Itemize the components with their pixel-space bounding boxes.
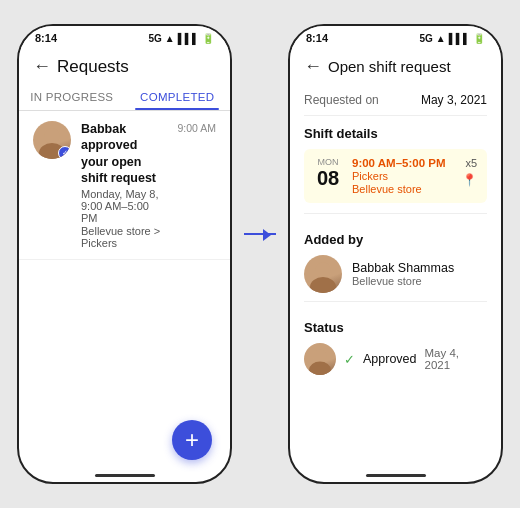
- shift-card: MON 08 9:00 AM–5:00 PM Pickers Bellevue …: [304, 149, 487, 203]
- avatar-badge: ✓: [58, 146, 71, 159]
- shift-store: Bellevue store: [352, 183, 452, 195]
- fab-button[interactable]: +: [172, 420, 212, 460]
- tab-completed[interactable]: COMPLETED: [125, 83, 231, 110]
- phone-1: 8:14 5G ▲ ▌▌▌ 🔋 ← Requests IN PROGRESS C…: [17, 24, 232, 484]
- svg-point-0: [44, 128, 60, 144]
- requested-on-label: Requested on: [304, 93, 379, 107]
- notif-title: Babbak approved your open shift request: [81, 121, 163, 186]
- added-by-row: Babbak Shammas Bellevue store: [304, 255, 487, 293]
- back-button-2[interactable]: ←: [304, 56, 322, 77]
- status-bar-1: 8:14 5G ▲ ▌▌▌ 🔋: [19, 26, 230, 48]
- phone-2: 8:14 5G ▲ ▌▌▌ 🔋 ← Open shift request Req…: [288, 24, 503, 484]
- added-by-store: Bellevue store: [352, 275, 454, 287]
- signal-label-2: 5G: [419, 33, 432, 44]
- status-row: ✓ Approved May 4, 2021: [304, 343, 487, 375]
- page-title-1: Requests: [57, 57, 129, 77]
- avatar-3: [304, 343, 336, 375]
- arrow-right-icon: [244, 233, 276, 235]
- tab-in-progress[interactable]: IN PROGRESS: [19, 83, 125, 110]
- time-1: 8:14: [35, 32, 57, 44]
- added-by-title: Added by: [304, 232, 487, 247]
- tabs-1: IN PROGRESS COMPLETED: [19, 83, 230, 111]
- notif-store: Bellevue store > Pickers: [81, 225, 163, 249]
- status-section: Status ✓ Approved May 4,: [304, 301, 487, 375]
- badge-icon: ✓: [62, 149, 68, 157]
- home-indicator-1: [19, 464, 230, 482]
- signal-label-1: 5G: [148, 33, 161, 44]
- shift-time: 9:00 AM–5:00 PM: [352, 157, 452, 169]
- check-icon: ✓: [344, 352, 355, 367]
- requested-on-row: Requested on May 3, 2021: [304, 83, 487, 116]
- shift-meta-col: x5 📍: [462, 157, 477, 187]
- time-2: 8:14: [306, 32, 328, 44]
- status-icons-2: 5G ▲ ▌▌▌ 🔋: [419, 33, 485, 44]
- notif-text: Babbak approved your open shift request …: [81, 121, 163, 249]
- svg-point-4: [313, 349, 326, 362]
- signal-bars-icon: ▌▌▌: [178, 33, 199, 44]
- status-approved-label: Approved: [363, 352, 417, 366]
- top-bar-1: ← Requests: [19, 48, 230, 83]
- shift-role: Pickers: [352, 170, 452, 182]
- notification-item[interactable]: ✓ Babbak approved your open shift reques…: [19, 111, 230, 260]
- wifi-icon-2: ▲: [436, 33, 446, 44]
- added-by-section: Added by Babbak Shammas: [304, 213, 487, 293]
- location-icon: 📍: [462, 173, 477, 187]
- transition-arrow: [244, 233, 276, 235]
- avatar-1: ✓: [33, 121, 71, 159]
- home-bar-2: [366, 474, 426, 477]
- home-indicator-2: [290, 464, 501, 482]
- shift-date-col: MON 08: [314, 157, 342, 189]
- detail-title: Open shift request: [328, 58, 451, 75]
- notif-subtitle: Monday, May 8, 9:00 AM–5:00 PM: [81, 188, 163, 224]
- shift-day-abbr: MON: [318, 157, 339, 167]
- added-by-info: Babbak Shammas Bellevue store: [352, 261, 454, 287]
- screen-2: ← Open shift request Requested on May 3,…: [290, 48, 501, 464]
- requested-on-date: May 3, 2021: [421, 93, 487, 107]
- notif-time: 9:00 AM: [177, 121, 216, 134]
- svg-point-2: [315, 262, 331, 278]
- signal-bars-icon-2: ▌▌▌: [449, 33, 470, 44]
- battery-icon-2: 🔋: [473, 33, 485, 44]
- shift-details-title: Shift details: [304, 126, 487, 141]
- shift-store-name: Bellevue store: [352, 183, 422, 195]
- status-date: May 4, 2021: [425, 347, 487, 371]
- shift-count: x5: [465, 157, 477, 169]
- detail-content: Requested on May 3, 2021 Shift details M…: [290, 83, 501, 464]
- back-button-1[interactable]: ←: [33, 56, 51, 77]
- screen-1: ← Requests IN PROGRESS COMPLETED ✓: [19, 48, 230, 464]
- shift-day-num: 08: [317, 167, 339, 189]
- home-bar-1: [95, 474, 155, 477]
- svg-point-5: [309, 362, 331, 375]
- added-by-name: Babbak Shammas: [352, 261, 454, 275]
- svg-point-3: [310, 277, 336, 293]
- shift-info-col: 9:00 AM–5:00 PM Pickers Bellevue store: [352, 157, 452, 195]
- wifi-icon: ▲: [165, 33, 175, 44]
- status-bar-2: 8:14 5G ▲ ▌▌▌ 🔋: [290, 26, 501, 48]
- status-icons-1: 5G ▲ ▌▌▌ 🔋: [148, 33, 214, 44]
- detail-header: ← Open shift request: [290, 48, 501, 83]
- status-title: Status: [304, 320, 487, 335]
- avatar-2: [304, 255, 342, 293]
- battery-icon: 🔋: [202, 33, 214, 44]
